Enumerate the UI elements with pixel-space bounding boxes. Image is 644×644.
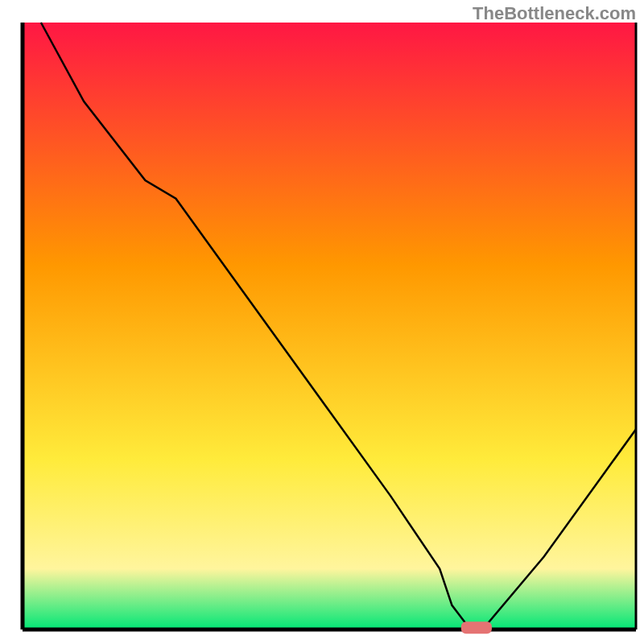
chart-svg	[0, 0, 644, 644]
chart-container: TheBottleneck.com	[0, 0, 644, 644]
optimum-marker	[461, 621, 492, 634]
plot-background	[23, 23, 636, 630]
watermark-text: TheBottleneck.com	[473, 3, 636, 24]
